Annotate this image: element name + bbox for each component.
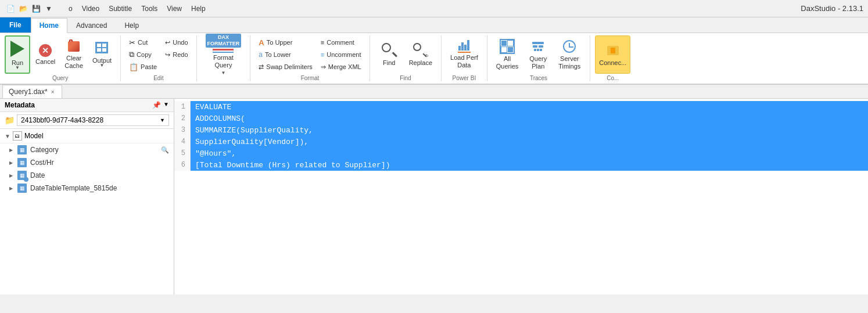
redo-icon: ↪ <box>165 51 170 59</box>
ribbon-tabs: Home Advanced Help <box>31 17 148 33</box>
tab-file[interactable]: File <box>0 17 31 33</box>
to-upper-label: To Upper <box>267 39 293 46</box>
paste-label: Paste <box>141 63 157 70</box>
sidebar-items: ▶ ▦ Category 🔍 ▶ ▦ Cost/Hr ▶ ▦ Date ▶ ▦ … <box>0 143 174 294</box>
to-lower-label: To Lower <box>265 51 291 58</box>
dax-format-button[interactable]: DAXFORMATTER FormatQuery ▼ <box>202 35 246 74</box>
dax-format-content: DAXFORMATTER FormatQuery ▼ <box>202 35 246 80</box>
copy-label: Copy <box>137 51 152 58</box>
bar1 <box>458 46 461 51</box>
line-6-text: [Total Downtime (Hrs) related to Supplie… <box>195 161 390 170</box>
bar2 <box>461 42 464 51</box>
sidebar-item-category[interactable]: ▶ ▦ Category 🔍 <box>0 143 174 156</box>
run-dropdown-arrow[interactable]: ▼ <box>15 65 20 70</box>
bar3 <box>464 45 467 51</box>
connection-folder-icon: 📁 <box>5 116 15 125</box>
comment-icon: ≡ <box>321 39 324 46</box>
find-group-label: Find <box>375 74 436 81</box>
sidebar-header: Metadata 📌 ▼ <box>0 99 174 112</box>
connect-group-label: Co... <box>595 74 630 81</box>
ribbon-group-traces: AllQueries <box>487 35 591 81</box>
category-label: Category <box>30 146 59 154</box>
paste-button[interactable]: 📋 Paste <box>125 61 160 73</box>
output-button[interactable]: Output ▼ <box>88 35 116 74</box>
replace-button[interactable]: b Replace <box>405 35 436 74</box>
edit-col1: ✂ Cut ⧉ Copy 📋 Paste <box>125 35 160 73</box>
doc-tab-query1[interactable]: Query1.dax* × <box>2 85 62 98</box>
line-num-5: 5 <box>174 147 191 159</box>
undo-button[interactable]: ↩ Undo <box>162 37 191 48</box>
keyword-addcolumns: ADDCOLUMNS( <box>195 114 245 123</box>
ribbon-group-query: Run ▼ ✕ Cancel ClearCache <box>0 35 121 81</box>
query-group-label: Query <box>5 74 116 81</box>
line-content-4: SupplierQuality[Vendor]), <box>191 136 868 147</box>
new-button[interactable]: 📄 <box>5 3 16 15</box>
costhr-label: Cost/Hr <box>30 159 54 167</box>
clear-cache-icon <box>67 39 81 53</box>
format-group-content: A To Upper a To Lower ⇄ Swap Delimiters … <box>255 35 364 74</box>
line-5-text: "@Hours", <box>195 149 236 158</box>
load-perf-label: Load PerfData <box>450 54 478 69</box>
tab-help[interactable]: Help <box>116 17 148 33</box>
menu-view[interactable]: View <box>162 3 186 14</box>
menu-bar-area: 📄 📂 💾 ▼ o Video Subtitle Tools View Help <box>5 3 210 15</box>
doc-tab-close[interactable]: × <box>50 89 56 95</box>
menu-video[interactable]: Video <box>77 3 104 14</box>
uncomment-button[interactable]: ≡ Uncomment <box>317 49 365 60</box>
ribbon: Run ▼ ✕ Cancel ClearCache <box>0 33 868 85</box>
redo-button[interactable]: ↪ Redo <box>162 49 191 60</box>
model-expand-icon[interactable]: ▼ <box>5 133 10 139</box>
ribbon-group-edit: ✂ Cut ⧉ Copy 📋 Paste ↩ Undo ↪ <box>121 35 196 81</box>
menu-o[interactable]: o <box>64 3 77 14</box>
costhr-chevron: ▶ <box>9 160 13 166</box>
merge-xml-button[interactable]: ⇒ Merge XML <box>317 61 365 73</box>
dax-format-label: FormatQuery <box>213 54 234 69</box>
server-timings-label: ServerTimings <box>558 55 580 70</box>
code-line-5: 5 "@Hours", <box>174 147 868 159</box>
dax-format-icon: DAXFORMATTER <box>206 34 242 53</box>
to-lower-button[interactable]: a To Lower <box>255 49 315 60</box>
cancel-button[interactable]: ✕ Cancel <box>31 35 59 74</box>
ribbon-group-find: Find b Replace Find <box>370 35 442 81</box>
tab-home[interactable]: Home <box>31 18 67 33</box>
swap-delimiters-button[interactable]: ⇄ Swap Delimiters <box>255 61 315 73</box>
sidebar-item-datetabletemplate[interactable]: ▶ ▦ DateTableTemplate_5815de <box>0 182 174 195</box>
datetable-chevron: ▶ <box>9 186 13 191</box>
clear-cache-button[interactable]: ClearCache <box>60 35 87 74</box>
sidebar-dropdown-icon[interactable]: ▼ <box>163 101 169 109</box>
menu-subtitle[interactable]: Subtitle <box>104 3 137 14</box>
run-button[interactable]: Run ▼ <box>5 35 30 74</box>
editor-area[interactable]: 1 EVALUATE 2 ADDCOLUMNS( 3 SUMMARIZE(Sup… <box>174 99 868 294</box>
output-dropdown-arrow[interactable]: ▼ <box>100 63 105 68</box>
server-timings-button[interactable]: ServerTimings <box>554 35 585 74</box>
tab-advanced[interactable]: Advanced <box>67 17 116 33</box>
load-perf-data-button[interactable]: Load PerfData <box>446 35 482 74</box>
qa-dropdown[interactable]: ▼ <box>43 3 55 15</box>
line-num-4: 4 <box>174 136 191 147</box>
query-plan-button[interactable]: QueryPlan <box>523 35 553 74</box>
comment-button[interactable]: ≡ Comment <box>317 37 365 48</box>
costhr-table-icon: ▦ <box>17 158 27 167</box>
comment-label: Comment <box>327 39 354 46</box>
connection-dropdown-icon[interactable]: ▼ <box>160 117 165 123</box>
dax-format-dropdown[interactable]: ▼ <box>221 70 225 75</box>
datetable-label: DateTableTemplate_5815de <box>30 184 117 192</box>
sidebar-item-costhr[interactable]: ▶ ▦ Cost/Hr <box>0 156 174 169</box>
format-col2: ≡ Comment ≡ Uncomment ⇒ Merge XML <box>317 35 365 73</box>
open-button[interactable]: 📂 <box>17 3 29 15</box>
menu-tools[interactable]: Tools <box>137 3 162 14</box>
all-queries-button[interactable]: AllQueries <box>492 35 523 74</box>
connection-selector[interactable]: 2413bbf0-9d77-4a43-8228 ▼ <box>17 114 169 126</box>
connect-button[interactable]: Connec... <box>595 35 630 74</box>
find-button[interactable]: Find <box>375 35 404 74</box>
copy-button[interactable]: ⧉ Copy <box>125 49 160 60</box>
menu-help[interactable]: Help <box>186 3 210 14</box>
to-upper-button[interactable]: A To Upper <box>255 37 315 48</box>
save-button[interactable]: 💾 <box>30 3 42 15</box>
sidebar-pin-icon[interactable]: 📌 <box>152 101 161 109</box>
cut-button[interactable]: ✂ Cut <box>125 37 160 48</box>
line-num-3: 3 <box>174 124 191 136</box>
sidebar-item-date[interactable]: ▶ ▦ Date <box>0 169 174 182</box>
merge-label: Merge XML <box>328 63 361 70</box>
category-search-icon[interactable]: 🔍 <box>161 146 169 154</box>
